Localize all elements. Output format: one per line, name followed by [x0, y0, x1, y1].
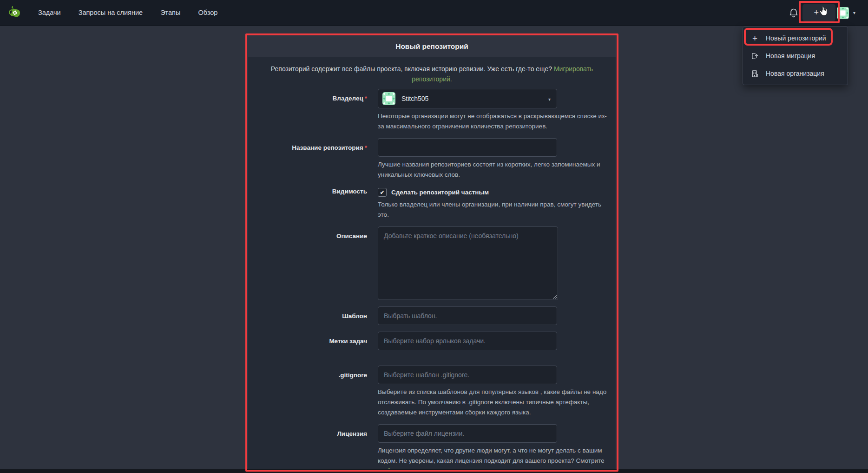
chevron-down-icon: ▾ [548, 97, 551, 102]
menu-item-new-organization[interactable]: Новая организация [743, 65, 848, 82]
private-checkbox[interactable]: ✔ [378, 188, 387, 197]
notifications-bell-icon[interactable] [789, 8, 799, 18]
migration-icon [751, 52, 759, 60]
license-label: Лицензия [248, 424, 375, 473]
private-checkbox-label[interactable]: Сделать репозиторий частным [391, 189, 489, 196]
description-textarea[interactable] [378, 227, 558, 300]
visibility-label-text: Видимость [332, 188, 367, 195]
description-label: Описание [248, 227, 375, 300]
plus-icon: + [751, 34, 759, 42]
owner-label-text: Владелец [333, 95, 363, 102]
section-divider [248, 357, 616, 357]
menu-item-label: Новая организация [766, 70, 824, 77]
issue-labels-input[interactable] [378, 332, 557, 350]
nav-item-explore[interactable]: Обзор [198, 0, 217, 26]
gitignore-label-text: .gitignore [339, 372, 368, 379]
issue-labels-label: Метки задач [248, 332, 375, 350]
issue-labels-label-text: Метки задач [329, 338, 367, 345]
form-row-description: Описание [248, 227, 616, 300]
owner-avatar [382, 92, 395, 105]
new-repository-form: Репозиторий содержит все файлы проекта, … [248, 57, 616, 473]
required-asterisk: * [365, 144, 367, 151]
menu-item-new-migration[interactable]: Новая миграция [743, 47, 848, 65]
nav-item-issues[interactable]: Задачи [38, 0, 61, 26]
license-label-text: Лицензия [337, 430, 367, 437]
form-intro: Репозиторий содержит все файлы проекта, … [267, 64, 597, 84]
owner-help-text: Некоторые организации могут не отображат… [378, 111, 612, 132]
menu-item-label: Новая миграция [766, 52, 815, 60]
repo-name-help-text: Лучшие названия репозиториев состоят из … [378, 160, 612, 180]
owner-select[interactable]: Stitch505 ▾ [378, 89, 557, 108]
required-asterisk: * [365, 95, 367, 102]
checkmark-icon: ✔ [380, 190, 384, 195]
repo-name-label-text: Название репозитория [292, 144, 363, 151]
form-row-issue-labels: Метки задач [248, 332, 616, 350]
description-label-text: Описание [336, 233, 367, 240]
footer-strip [0, 469, 868, 473]
template-label: Шаблон [248, 306, 375, 325]
form-row-template: Шаблон [248, 306, 616, 325]
form-row-owner: Владелец* [248, 89, 616, 132]
organization-icon [751, 70, 759, 78]
gitignore-input[interactable] [378, 366, 557, 384]
gitignore-label: .gitignore [248, 366, 375, 418]
nav-item-milestones[interactable]: Этапы [160, 0, 180, 26]
menu-item-new-repository[interactable]: + Новый репозиторий [743, 29, 848, 47]
license-input[interactable] [378, 424, 557, 443]
gitea-logo-icon[interactable] [7, 6, 22, 20]
form-row-license: Лицензия Лицензия определяет, что другие… [248, 424, 616, 473]
create-dropdown-menu: + Новый репозиторий Новая миграция Новая… [743, 27, 848, 85]
visibility-help-text: Только владелец или члены организации, п… [378, 200, 612, 220]
form-row-repo-name: Название репозитория* Лучшие названия ре… [248, 138, 616, 180]
owner-selected-value: Stitch505 [401, 95, 428, 102]
form-row-visibility: Видимость ✔ Сделать репозиторий частным … [248, 187, 616, 220]
license-help-main: Лицензия определяет, что другие люди мог… [378, 447, 604, 464]
user-avatar[interactable] [837, 7, 849, 19]
nav-item-pull-requests[interactable]: Запросы на слияние [79, 0, 143, 26]
menu-item-label: Новый репозиторий [766, 34, 826, 42]
page-title: Новый репозиторий [395, 42, 468, 51]
form-row-gitignore: .gitignore Выберите из списка шаблонов д… [248, 366, 616, 418]
template-label-text: Шаблон [342, 313, 367, 320]
visibility-label: Видимость [248, 187, 375, 220]
owner-label: Владелец* [248, 89, 375, 132]
repo-name-label: Название репозитория* [248, 138, 375, 180]
user-menu-chevron-icon[interactable]: ▾ [853, 11, 855, 15]
repo-name-input[interactable] [378, 138, 557, 157]
main-nav: Задачи Запросы на слияние Этапы Обзор [38, 0, 217, 26]
intro-text: Репозиторий содержит все файлы проекта, … [271, 65, 552, 73]
new-repository-panel: Новый репозиторий Репозиторий содержит в… [248, 36, 616, 470]
gitignore-help-text: Выберите из списка шаблонов для популярн… [378, 387, 612, 418]
template-input[interactable] [378, 306, 557, 325]
top-navbar: Задачи Запросы на слияние Этапы Обзор + … [0, 0, 868, 26]
mouse-cursor-icon [818, 6, 829, 18]
panel-header: Новый репозиторий [248, 36, 616, 57]
